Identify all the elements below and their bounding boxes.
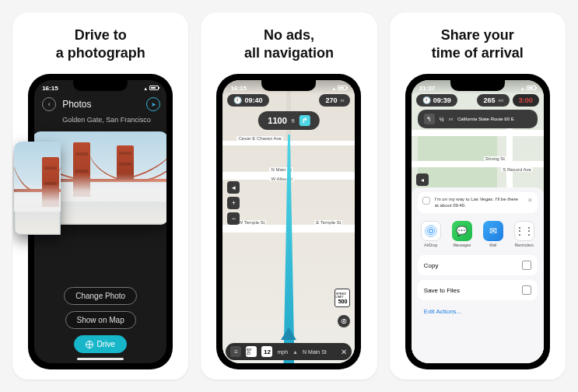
feature-card-3: Share your time of arrival 21:37 Strong … bbox=[390, 12, 566, 380]
remaining-distance-chip[interactable]: 265 mi bbox=[477, 94, 509, 107]
feature-card-1: Drive to a photograph 16:15 ‹ Photos ➤ bbox=[12, 12, 188, 380]
photo-location: Golden Gate, San Francisco bbox=[34, 116, 166, 128]
next-turn-banner[interactable]: ↰ ½ mi California State Route 60 E bbox=[418, 110, 538, 128]
current-speed: 12 bbox=[261, 346, 272, 357]
turn-unit: ft bbox=[292, 118, 295, 124]
status-time: 16:15 bbox=[230, 85, 246, 92]
home-indicator bbox=[77, 358, 124, 360]
svg-point-1 bbox=[427, 227, 435, 235]
messages-label: Messages bbox=[453, 243, 471, 247]
speed-limit-value: 500 bbox=[338, 299, 348, 304]
date-chip: apr 25 bbox=[246, 346, 257, 357]
share-preview: I'm on my way to Las Vegas. I'll be ther… bbox=[418, 192, 538, 213]
edit-actions-button[interactable]: Edit Actions... bbox=[418, 305, 538, 318]
street-label: S Record Ave bbox=[501, 167, 533, 172]
show-on-map-button[interactable]: Show on Map bbox=[65, 311, 136, 329]
phone-frame-3: 21:37 Strong St S Record Ave 🕘 09:39 bbox=[405, 74, 550, 369]
battery-icon bbox=[338, 86, 347, 90]
road bbox=[412, 130, 544, 136]
street-label: W Temple St bbox=[236, 220, 266, 225]
save-to-files-action[interactable]: Save to Files bbox=[418, 280, 538, 300]
speed-limit-label: SPEED LIMIT bbox=[335, 292, 349, 299]
distance-value: 270 bbox=[325, 96, 337, 104]
screen-3: 21:37 Strong St S Record Ave 🕘 09:39 bbox=[412, 80, 544, 363]
remaining-distance-chip[interactable]: 270 m bbox=[319, 94, 350, 107]
share-sheet: I'm on my way to Las Vegas. I'll be ther… bbox=[412, 187, 544, 363]
zoom-out-button[interactable]: − bbox=[227, 212, 240, 225]
folder-icon bbox=[522, 285, 531, 295]
close-nav-button[interactable]: ✕ bbox=[341, 348, 347, 356]
change-photo-button[interactable]: Change Photo bbox=[64, 287, 137, 305]
messages-icon: 💬 bbox=[452, 221, 472, 241]
compass-button[interactable]: ➤ bbox=[146, 97, 160, 111]
battery-icon bbox=[527, 86, 536, 90]
drive-button[interactable]: Drive bbox=[74, 335, 126, 353]
eta-time: 09:40 bbox=[244, 96, 262, 104]
eta-chip[interactable]: 🕘 09:40 bbox=[227, 94, 268, 107]
distance-unit: mi bbox=[498, 98, 503, 103]
share-airdrop[interactable]: AirDrop bbox=[419, 221, 443, 247]
airdrop-label: AirDrop bbox=[424, 243, 437, 247]
card-3-title: Share your time of arrival bbox=[416, 12, 539, 72]
next-turn-chip[interactable]: 1100 ft ↱ bbox=[258, 111, 319, 130]
map-zoom-controls: ◂ + − bbox=[227, 181, 240, 225]
save-label: Save to Files bbox=[424, 287, 460, 294]
wifi-icon bbox=[520, 85, 525, 92]
close-sheet-button[interactable]: ✕ bbox=[527, 197, 533, 204]
wifi-icon bbox=[143, 85, 148, 92]
drive-label: Drive bbox=[96, 340, 114, 348]
card-1-title: Drive to a photograph bbox=[40, 12, 161, 72]
compass-icon: ➤ bbox=[151, 101, 156, 108]
share-messages[interactable]: 💬 Messages bbox=[450, 221, 474, 247]
status-icons bbox=[520, 85, 536, 92]
card-2-title: No ads, all navigation bbox=[229, 12, 349, 72]
nav-top-row: 🕘 09:39 265 mi 3:00 bbox=[416, 94, 539, 107]
mail-icon: ✉︎ bbox=[483, 221, 503, 241]
status-icons bbox=[143, 85, 159, 92]
share-app-row: AirDrop 💬 Messages ✉︎ Mail ⋮⋮ Reminders bbox=[418, 218, 538, 250]
layers-button[interactable]: ◂ bbox=[416, 173, 429, 186]
svg-point-0 bbox=[429, 229, 433, 233]
street-label: E Temple St bbox=[314, 220, 342, 225]
notch bbox=[261, 80, 316, 91]
copy-action[interactable]: Copy bbox=[418, 255, 538, 275]
turn-distance: 1100 bbox=[268, 116, 286, 125]
feature-card-2: No ads, all navigation 16:15 Cesar E Cha… bbox=[201, 12, 377, 380]
banner-distance: ½ bbox=[440, 117, 444, 122]
screen-2: 16:15 Cesar E Chavez Ave N Main St W Ali… bbox=[222, 80, 355, 363]
status-time: 21:37 bbox=[419, 85, 435, 92]
street-label: Cesar E Chavez Ave bbox=[236, 136, 282, 141]
traffic-delay-chip[interactable]: 3:00 bbox=[513, 94, 539, 107]
current-street: N Main St bbox=[303, 349, 327, 355]
copy-label: Copy bbox=[424, 262, 439, 269]
nav-top-row: 🕘 09:40 270 m bbox=[227, 94, 350, 107]
layers-button[interactable]: ◂ bbox=[227, 181, 240, 194]
speed-limit-sign: SPEED LIMIT 500 bbox=[335, 289, 350, 307]
vehicle-chevron-icon bbox=[281, 327, 296, 340]
distance-unit: m bbox=[340, 98, 344, 103]
phone-frame-2: 16:15 Cesar E Chavez Ave N Main St W Ali… bbox=[216, 74, 361, 369]
status-time: 16:15 bbox=[42, 85, 58, 92]
turn-left-icon: ↰ bbox=[424, 114, 435, 124]
share-reminders[interactable]: ⋮⋮ Reminders bbox=[513, 221, 536, 247]
zoom-in-button[interactable]: + bbox=[227, 197, 240, 209]
header-title: Photos bbox=[62, 99, 91, 110]
steering-wheel-icon bbox=[86, 341, 93, 348]
airdrop-icon bbox=[421, 221, 441, 241]
eta-chip[interactable]: 🕘 09:39 bbox=[416, 94, 457, 107]
copy-icon bbox=[522, 261, 531, 270]
banner-road: California State Route 60 E bbox=[457, 117, 531, 121]
distance-value: 265 bbox=[483, 96, 495, 104]
eta-time: 09:39 bbox=[433, 96, 451, 104]
mail-label: Mail bbox=[489, 243, 496, 247]
wifi-icon bbox=[332, 85, 337, 92]
chevron-left-icon: ‹ bbox=[48, 100, 51, 108]
nav-bottom-bar: ≡ apr 25 12 mph ▲ N Main St ✕ bbox=[226, 343, 352, 360]
share-mail[interactable]: ✉︎ Mail bbox=[482, 221, 505, 247]
road bbox=[412, 161, 544, 167]
menu-button[interactable]: ≡ bbox=[230, 346, 241, 357]
battery-icon bbox=[149, 86, 159, 90]
clock-icon: 🕘 bbox=[422, 96, 431, 104]
photo-overflow bbox=[14, 142, 61, 235]
back-button[interactable]: ‹ bbox=[42, 97, 56, 111]
